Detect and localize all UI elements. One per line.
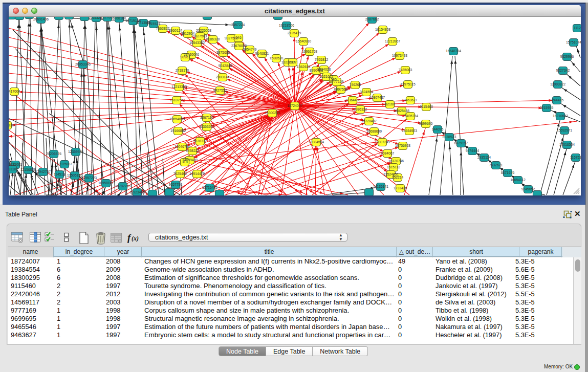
svg-text:12093822: 12093822 (550, 82, 565, 86)
svg-text:9474444: 9474444 (466, 149, 480, 152)
svg-text:21364436: 21364436 (345, 98, 360, 102)
svg-text:53594: 53594 (9, 135, 9, 139)
svg-text:417004: 417004 (9, 90, 20, 93)
svg-text:9498222: 9498222 (186, 149, 200, 152)
svg-text:8813054: 8813054 (271, 17, 285, 17)
svg-text:9084067: 9084067 (381, 151, 395, 155)
svg-text:7955812: 7955812 (315, 58, 329, 61)
svg-text:98961: 98961 (181, 55, 190, 59)
svg-text:1610755: 1610755 (170, 98, 184, 102)
svg-text:20053346: 20053346 (75, 62, 91, 66)
svg-text:19654855: 19654855 (169, 117, 185, 121)
svg-text:25300215: 25300215 (265, 111, 280, 115)
svg-text:2718170: 2718170 (176, 69, 189, 72)
svg-text:16961758: 16961758 (302, 50, 317, 53)
svg-text:746266: 746266 (350, 83, 361, 86)
svg-text:2935114: 2935114 (477, 156, 491, 159)
svg-text:10046784: 10046784 (175, 145, 190, 148)
svg-text:12359928: 12359928 (68, 150, 83, 154)
svg-text:2125419: 2125419 (288, 31, 301, 35)
svg-text:62160: 62160 (385, 102, 395, 106)
svg-text:11353594: 11353594 (199, 125, 214, 128)
svg-text:23676068: 23676068 (231, 44, 247, 48)
svg-text:8454749: 8454749 (243, 48, 257, 51)
svg-text:3875685: 3875685 (216, 51, 230, 54)
svg-text:5878332: 5878332 (193, 139, 207, 143)
svg-text:1588520: 1588520 (270, 56, 284, 60)
svg-text:1733426: 1733426 (394, 186, 407, 190)
svg-text:19166852: 19166852 (170, 129, 186, 133)
svg-text:318: 318 (182, 160, 188, 164)
svg-text:7986322: 7986322 (354, 107, 367, 111)
svg-text:f: f (127, 233, 132, 243)
svg-text:1244415: 1244415 (550, 98, 564, 102)
svg-text:7357224: 7357224 (231, 23, 245, 27)
svg-text:2037: 2037 (289, 60, 296, 64)
svg-text:393101: 393101 (9, 167, 18, 171)
svg-text:9327503: 9327503 (193, 34, 207, 38)
svg-text:7515524: 7515524 (147, 22, 161, 26)
svg-text:546: 546 (235, 36, 242, 39)
svg-text:15720407: 15720407 (361, 119, 377, 123)
svg-text:19218506: 19218506 (279, 24, 294, 27)
svg-text:16640910: 16640910 (296, 39, 311, 43)
svg-text:10975887: 10975887 (57, 162, 72, 166)
svg-text:16648784: 16648784 (446, 49, 461, 53)
svg-text:17957223: 17957223 (81, 176, 97, 180)
svg-text:16154808: 16154808 (375, 28, 390, 31)
svg-text:20691406: 20691406 (33, 17, 49, 21)
svg-text:12213303: 12213303 (171, 85, 187, 89)
svg-text:18724007: 18724007 (287, 104, 302, 107)
svg-text:13654923: 13654923 (402, 129, 417, 133)
svg-text:9657791: 9657791 (169, 183, 183, 186)
svg-text:16033809: 16033809 (200, 17, 215, 17)
svg-text:9734028: 9734028 (317, 68, 331, 71)
svg-text:144095: 144095 (432, 127, 444, 131)
svg-text:12505155: 12505155 (67, 173, 82, 177)
svg-text:12942757: 12942757 (35, 170, 51, 173)
svg-text:10654112: 10654112 (510, 178, 526, 182)
svg-text:9245652: 9245652 (521, 187, 535, 191)
svg-text:6879197: 6879197 (454, 141, 468, 145)
svg-text:18807249: 18807249 (375, 140, 390, 144)
svg-text:15751074: 15751074 (566, 40, 581, 44)
svg-text:9463627: 9463627 (404, 98, 418, 102)
svg-text:10688609: 10688609 (366, 129, 382, 133)
svg-text:12975115: 12975115 (400, 82, 416, 86)
svg-text:9242848: 9242848 (219, 64, 232, 68)
svg-text:12213967: 12213967 (385, 39, 400, 43)
svg-text:116753: 116753 (570, 156, 581, 159)
svg-text:3267110: 3267110 (200, 116, 213, 119)
svg-text:9427552: 9427552 (213, 89, 227, 92)
svg-text:3624554: 3624554 (360, 90, 374, 94)
svg-text:12156829: 12156829 (20, 168, 36, 171)
svg-text:10973493: 10973493 (392, 54, 407, 57)
svg-text:17016504: 17016504 (559, 143, 575, 146)
svg-text:12923465: 12923465 (129, 190, 145, 194)
svg-text:14914479: 14914479 (189, 172, 205, 176)
svg-text:8471676: 8471676 (501, 171, 515, 174)
svg-text:9146821: 9146821 (255, 52, 269, 55)
svg-text:16782759: 16782759 (115, 184, 130, 188)
svg-text:9227342: 9227342 (556, 69, 570, 72)
svg-text:19384554: 19384554 (309, 140, 324, 144)
svg-text:8938923: 8938923 (443, 135, 456, 139)
svg-text:10807487: 10807487 (369, 96, 385, 99)
svg-text:7625402: 7625402 (173, 172, 187, 176)
svg-text:6497568: 6497568 (334, 87, 348, 91)
svg-text:2803144: 2803144 (216, 75, 230, 79)
svg-text:3215955: 3215955 (540, 106, 554, 110)
svg-text:2087662: 2087662 (365, 17, 379, 21)
svg-text:114513: 114513 (54, 172, 65, 176)
svg-text:3912954: 3912954 (181, 32, 195, 35)
svg-text:23226058: 23226058 (196, 29, 211, 32)
svg-text:8960124: 8960124 (169, 29, 183, 32)
svg-text:7485003: 7485003 (399, 68, 412, 72)
svg-text:1935001: 1935001 (9, 163, 22, 166)
svg-text:15716485: 15716485 (202, 186, 217, 189)
svg-text:16120746: 16120746 (388, 159, 404, 163)
svg-text:9699695: 9699695 (419, 122, 433, 125)
svg-text:7663822: 7663822 (156, 27, 170, 30)
svg-text:1362615: 1362615 (297, 65, 311, 69)
svg-text:9777169: 9777169 (330, 80, 344, 83)
